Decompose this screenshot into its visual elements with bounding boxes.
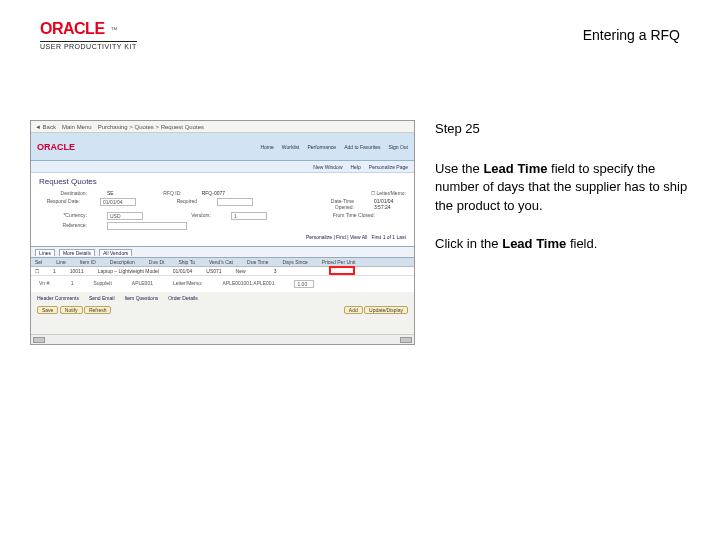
col-line: Line: [56, 259, 65, 265]
cell-desc: Laptop – Lightweight Model: [98, 268, 159, 274]
col-cat: Vend's Cat: [209, 259, 233, 265]
cell-sel[interactable]: ☐: [35, 268, 39, 274]
btn-upd[interactable]: Update/Display: [364, 306, 408, 314]
nav-signout[interactable]: Sign Out: [389, 144, 408, 150]
cell-line: 1: [53, 268, 56, 274]
val-code1: APLE001: [132, 280, 153, 288]
lnk-find[interactable]: Find: [336, 234, 346, 240]
instruction-para-2: Click in the Lead Time field.: [435, 235, 690, 253]
bt-questions[interactable]: Item Questions: [125, 295, 159, 301]
step-label: Step 25: [435, 120, 690, 138]
instruction-para-1: Use the Lead Time field to specify the n…: [435, 160, 690, 215]
lead-time-field[interactable]: [329, 266, 355, 275]
lbl-dtopened: Date-Time Opened:: [313, 198, 354, 210]
val-currency[interactable]: USD: [107, 212, 143, 220]
val-dtopened: 01/01/04 3:57:24: [374, 198, 406, 210]
lbl-req: Required: [156, 198, 197, 210]
link-personalize[interactable]: Personalize Page: [369, 164, 408, 170]
lbl-letter: Letter/Memo:: [377, 190, 406, 196]
table-row: ☐ 1 10011 Laptop – Lightweight Model 01/…: [31, 267, 414, 276]
val-req[interactable]: [217, 198, 253, 206]
col-days: Days Since: [282, 259, 307, 265]
nav-path: Purchasing > Quotes > Request Quotes: [98, 124, 204, 130]
btn-notify[interactable]: Notify: [60, 306, 83, 314]
lbl-respdate: Respond Date:: [39, 198, 80, 210]
tab-vendors[interactable]: All Vendors: [99, 249, 132, 256]
lnk-last[interactable]: Last: [397, 234, 406, 240]
val-respdate[interactable]: 01/01/04: [100, 198, 136, 206]
brand-block: ORACLE ™ USER PRODUCTIVITY KIT: [40, 20, 137, 50]
nav-back: ◄ Back: [35, 124, 56, 130]
bt-email[interactable]: Send Email: [89, 295, 115, 301]
tab-lines[interactable]: Lines: [35, 249, 55, 256]
nav-status: Main Menu: [62, 124, 92, 130]
col-desc: Description: [110, 259, 135, 265]
col-due: Due Dt: [149, 259, 165, 265]
lbl-currency: *Currency:: [39, 212, 87, 220]
val-reference[interactable]: [107, 222, 187, 230]
nav-fav[interactable]: Add to Favorites: [344, 144, 380, 150]
nav-home[interactable]: Home: [260, 144, 273, 150]
lbl-vendors: Vendors:: [163, 212, 211, 220]
lbl-letter2: Letter/Memo:: [173, 280, 202, 288]
link-help[interactable]: Help: [351, 164, 361, 170]
tab-more[interactable]: More Details: [59, 249, 95, 256]
cell-due: 01/01/04: [173, 268, 192, 274]
val-vendors[interactable]: 1: [231, 212, 267, 220]
col-ship: Ship To: [178, 259, 195, 265]
app-screenshot: ◄ Back Main Menu Purchasing > Quotes > R…: [30, 120, 415, 345]
lbl-timeclosed: From Time Closed:: [327, 212, 375, 220]
col-sel: Sel: [35, 259, 42, 265]
lbl-dest: Destination:: [39, 190, 87, 196]
bt-header[interactable]: Header Comments: [37, 295, 79, 301]
col-item: Item ID: [80, 259, 96, 265]
col-time: Due Time: [247, 259, 268, 265]
val-sup: SuppleIt: [93, 280, 111, 288]
cell-cat: New: [236, 268, 246, 274]
lnk-viewall[interactable]: View All: [350, 234, 367, 240]
lnk-first[interactable]: First: [372, 234, 382, 240]
bt-details[interactable]: Order Details: [168, 295, 197, 301]
cell-ship: US071: [206, 268, 221, 274]
btn-save[interactable]: Save: [37, 306, 58, 314]
lbl-vn: Vn #:: [39, 280, 51, 288]
val-dest: SE: [107, 190, 114, 196]
val-rfqid: RFQ-0077: [202, 190, 225, 196]
form-title: Request Quotes: [39, 177, 406, 186]
page-title: Entering a RFQ: [583, 27, 680, 43]
lnk-personalize[interactable]: Personalize: [306, 234, 332, 240]
app-logo: ORACLE: [37, 142, 75, 152]
btn-refresh[interactable]: Refresh: [84, 306, 112, 314]
btn-add[interactable]: Add: [344, 306, 363, 314]
scrollbar[interactable]: [31, 334, 414, 344]
instruction-panel: Step 25 Use the Lead Time field to speci…: [435, 120, 690, 273]
nav-worklist[interactable]: Worklist: [282, 144, 300, 150]
cell-item: 10011: [70, 268, 84, 274]
val-code2: APLE001001:APLE001: [222, 280, 274, 288]
upk-label: USER PRODUCTIVITY KIT: [40, 41, 137, 50]
nav-perf[interactable]: Performance: [308, 144, 337, 150]
val-vn: 1: [71, 280, 74, 288]
col-priced: Priced Per Unit: [322, 259, 356, 265]
lbl-rfqid: RFQ ID:: [134, 190, 182, 196]
cell-days: 3: [274, 268, 277, 274]
val-rate[interactable]: 1.00: [294, 280, 314, 288]
link-newwindow[interactable]: New Window: [313, 164, 342, 170]
trademark: ™: [111, 26, 118, 33]
lbl-reference: Reference:: [39, 222, 87, 230]
oracle-logo: ORACLE: [40, 20, 105, 38]
nav-count: 1 of 1: [383, 234, 396, 240]
